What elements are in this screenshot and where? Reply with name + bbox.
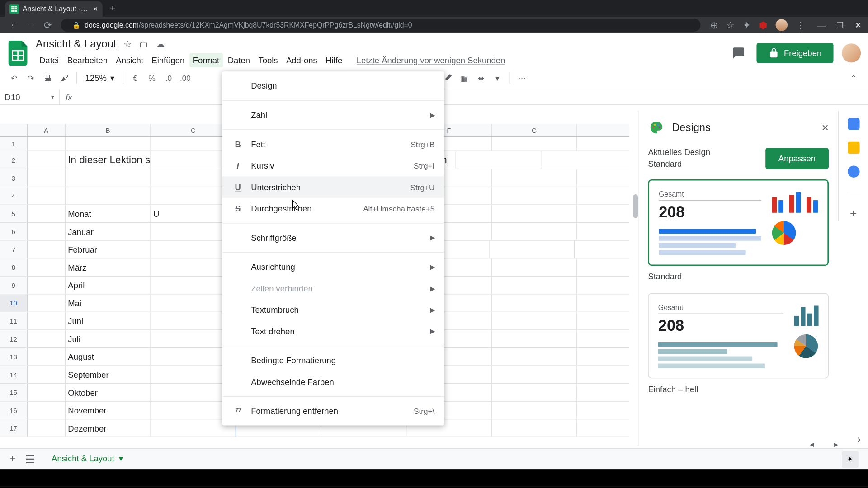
extensions-icon[interactable]: ✦	[743, 19, 750, 31]
undo-icon[interactable]: ↶	[7, 71, 22, 85]
cell-G1[interactable]	[492, 137, 577, 150]
merge-icon[interactable]: ⬌	[474, 71, 488, 85]
maximize-icon[interactable]: ❐	[836, 20, 844, 30]
menu-bearbeiten[interactable]: Bearbeiten	[64, 53, 111, 67]
cell-G9[interactable]	[492, 277, 577, 294]
cell-G3[interactable]	[492, 169, 577, 187]
cell-A2[interactable]	[28, 151, 66, 169]
cell-B5[interactable]: Monat	[66, 205, 151, 222]
format-kursiv[interactable]: I Kursiv Strg+I	[222, 155, 444, 176]
row-header-3[interactable]: 3	[0, 169, 28, 187]
zoom-select[interactable]: 125%▾	[82, 72, 118, 84]
format-text-drehen[interactable]: Text drehen ▶	[222, 320, 444, 342]
row-header-4[interactable]: 4	[0, 187, 28, 204]
row-header-12[interactable]: 12	[0, 330, 28, 347]
row-header-6[interactable]: 6	[0, 223, 28, 240]
formula-input[interactable]	[78, 89, 868, 104]
window-close-icon[interactable]: ✕	[855, 20, 862, 30]
sheet-tab-active[interactable]: Ansicht & Layout ▾	[44, 450, 130, 469]
cell-A16[interactable]	[28, 402, 66, 419]
format-unterstrichen[interactable]: U Unterstrichen Strg+U	[222, 176, 444, 197]
chrome-menu-icon[interactable]: ⋮	[796, 19, 805, 31]
browser-tab[interactable]: Ansicht & Layout - Google Tabel ×	[5, 1, 103, 17]
cell-G10[interactable]	[492, 294, 577, 311]
cell-B6[interactable]: Januar	[66, 223, 151, 240]
cell-G7[interactable]	[490, 241, 575, 258]
reload-icon[interactable]: ⟳	[42, 19, 53, 31]
share-button[interactable]: Freigeben	[756, 42, 833, 63]
cell-B2[interactable]: In dieser Lektion s	[66, 151, 151, 169]
cell-B8[interactable]: März	[66, 258, 151, 276]
close-icon[interactable]: ×	[822, 121, 829, 134]
cell-G12[interactable]	[492, 330, 577, 347]
cell-B10[interactable]: Mai	[66, 294, 151, 311]
borders-icon[interactable]: ▦	[457, 71, 472, 85]
more-icon[interactable]: ⋯	[515, 71, 529, 85]
calendar-icon[interactable]	[848, 118, 859, 130]
panel-scrollbar[interactable]	[633, 194, 638, 218]
currency-icon[interactable]: €	[128, 71, 142, 85]
cell-B14[interactable]: September	[66, 366, 151, 383]
zoom-icon[interactable]: ⊕	[710, 19, 718, 31]
menu-tools[interactable]: Tools	[255, 53, 281, 67]
settings-icon[interactable]: ⬢	[759, 19, 767, 31]
address-bar[interactable]: 🔒 docs.google.com/spreadsheets/d/12KXm2A…	[61, 19, 701, 32]
print-icon[interactable]: 🖶	[41, 71, 55, 85]
cell-G5[interactable]	[492, 205, 577, 222]
cell-A7[interactable]	[28, 241, 66, 258]
cell-G2[interactable]	[456, 151, 542, 169]
cell-A11[interactable]	[28, 312, 66, 329]
all-sheets-icon[interactable]: ☰	[25, 453, 35, 466]
tab-close-icon[interactable]: ×	[93, 4, 98, 14]
row-header-17[interactable]: 17	[0, 419, 28, 436]
col-header-b[interactable]: B	[66, 124, 151, 136]
cell-A12[interactable]	[28, 330, 66, 347]
menu-addons[interactable]: Add-ons	[283, 53, 321, 67]
format-durchgestrichen[interactable]: S Durchgestrichen Alt+Umschalttaste+5	[222, 198, 444, 219]
format-textumbruch[interactable]: Textumbruch ▶	[222, 299, 444, 320]
keep-icon[interactable]	[848, 142, 859, 154]
format-bedingte[interactable]: Bedingte Formatierung	[222, 350, 444, 371]
anpassen-button[interactable]: Anpassen	[765, 148, 829, 169]
format-fett[interactable]: B Fett Strg+B	[222, 133, 444, 155]
explore-icon[interactable]: ✦	[842, 451, 859, 468]
tasks-icon[interactable]	[848, 166, 859, 178]
menu-format[interactable]: Format	[189, 53, 223, 67]
design-card-einfach-hell[interactable]: Gesamt 208	[648, 293, 829, 379]
cell-B13[interactable]: August	[66, 348, 151, 365]
cell-B15[interactable]: Oktober	[66, 384, 151, 401]
bookmark-icon[interactable]: ☆	[726, 19, 734, 31]
add-sheet-icon[interactable]: +	[9, 453, 16, 465]
cell-G13[interactable]	[492, 348, 577, 365]
cell-G11[interactable]	[492, 312, 577, 329]
percent-icon[interactable]: %	[145, 71, 159, 85]
sheets-logo[interactable]	[7, 38, 28, 67]
cell-B3[interactable]	[66, 169, 151, 187]
row-header-9[interactable]: 9	[0, 277, 28, 294]
row-header-8[interactable]: 8	[0, 258, 28, 276]
cell-A13[interactable]	[28, 348, 66, 365]
menu-datei[interactable]: Datei	[36, 53, 62, 67]
format-design[interactable]: Design	[222, 75, 444, 96]
menu-einfuegen[interactable]: Einfügen	[148, 53, 188, 67]
cell-B17[interactable]: Dezember	[66, 419, 151, 436]
row-header-1[interactable]: 1	[0, 137, 28, 150]
cell-B16[interactable]: November	[66, 402, 151, 419]
cell-A5[interactable]	[28, 205, 66, 222]
cell-G15[interactable]	[492, 384, 577, 401]
cell-B12[interactable]: Juli	[66, 330, 151, 347]
row-header-15[interactable]: 15	[0, 384, 28, 401]
last-edit-link[interactable]: Letzte Änderung vor wenigen Sekunden	[357, 53, 505, 67]
format-ausrichtung[interactable]: Ausrichtung ▶	[222, 256, 444, 277]
name-box[interactable]: D10 ▾	[0, 89, 60, 104]
col-header-g[interactable]: G	[492, 124, 577, 136]
menu-ansicht[interactable]: Ansicht	[112, 53, 146, 67]
row-header-10[interactable]: 10	[0, 294, 28, 311]
row-header-11[interactable]: 11	[0, 312, 28, 329]
forward-icon[interactable]: →	[25, 20, 37, 31]
row-header-2[interactable]: 2	[0, 151, 28, 169]
horizontal-scroll[interactable]: ◀▶	[810, 440, 838, 448]
cell-G4[interactable]	[492, 187, 577, 204]
col-header-a[interactable]: A	[28, 124, 66, 136]
cell-G16[interactable]	[492, 402, 577, 419]
